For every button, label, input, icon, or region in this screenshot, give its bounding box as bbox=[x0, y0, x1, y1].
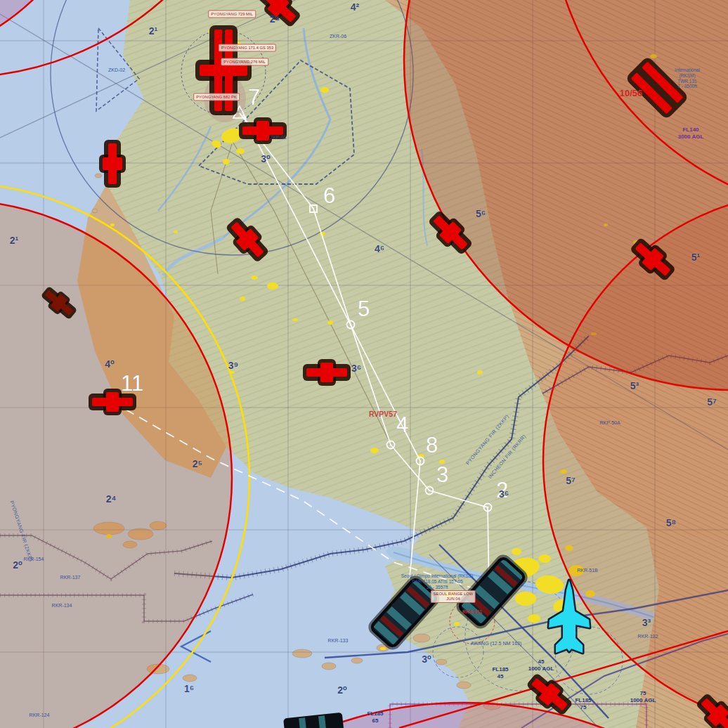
waypoint-label: 2 bbox=[496, 478, 508, 502]
urban-area bbox=[454, 622, 460, 626]
urban-area bbox=[251, 275, 258, 280]
urban-area bbox=[223, 159, 230, 164]
urban-area bbox=[477, 370, 483, 375]
urban-area bbox=[240, 297, 245, 301]
urban-area bbox=[444, 590, 455, 597]
urban-area bbox=[267, 282, 278, 290]
waypoint-label: 7 bbox=[248, 85, 260, 110]
urban-area bbox=[236, 148, 245, 154]
urban-area bbox=[110, 223, 115, 226]
island bbox=[183, 675, 197, 682]
waypoint-label: 4 bbox=[396, 412, 408, 437]
urban-area bbox=[327, 320, 333, 325]
urban-area bbox=[515, 592, 536, 606]
waypoint-label: 6 bbox=[323, 183, 335, 208]
island bbox=[95, 174, 102, 178]
urban-area bbox=[320, 87, 329, 93]
island bbox=[351, 658, 363, 663]
waypoint-label: 8 bbox=[426, 433, 438, 457]
island bbox=[292, 649, 312, 658]
island bbox=[457, 682, 471, 689]
island bbox=[322, 663, 336, 670]
waypoint-label: 3 bbox=[436, 462, 448, 487]
island bbox=[92, 209, 98, 213]
map-canvas[interactable]: 765483210911 bbox=[0, 0, 728, 728]
urban-area bbox=[380, 647, 386, 650]
urban-area bbox=[370, 448, 379, 453]
island bbox=[436, 659, 447, 665]
urban-area bbox=[538, 554, 551, 563]
waypoint-label: 11 bbox=[121, 371, 143, 396]
urban-area bbox=[292, 318, 298, 321]
urban-area bbox=[512, 548, 521, 555]
urban-area bbox=[528, 614, 540, 623]
island bbox=[413, 634, 430, 642]
f10-map[interactable]: 765483210911 2¹4²2⁸3⁰4⁶5⁶5¹5³5⁷5⁷5⁸3⁶3⁹4… bbox=[0, 0, 728, 728]
waypoint-label: 5 bbox=[358, 297, 370, 321]
urban-area bbox=[174, 230, 178, 233]
